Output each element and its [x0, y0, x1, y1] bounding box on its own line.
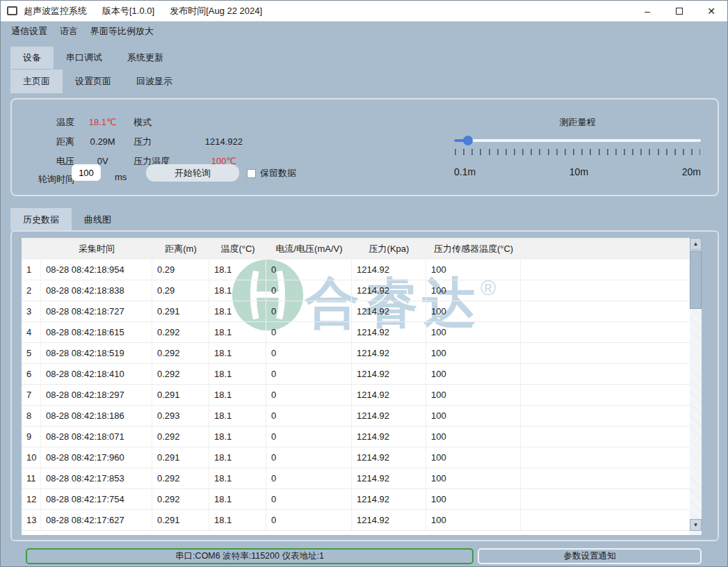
table-row[interactable]: 8 08-28 08:42:18:186 0.293 18.1 0 1214.9…	[22, 406, 702, 426]
tab-serial-debug[interactable]: 串口调试	[54, 47, 115, 69]
tab-main-page[interactable]: 主页面	[10, 70, 63, 93]
range-slider-track[interactable]	[454, 139, 701, 142]
cell-distance: 0.292	[152, 489, 209, 509]
history-table: 合睿达® 采集时间 距离(m) 温度(°C) 电流/电压(mA/V) 压力(Kp…	[22, 238, 702, 535]
table-row[interactable]: 9 08-28 08:42:18:071 0.292 18.1 0 1214.9…	[22, 426, 702, 447]
tab-curve-chart[interactable]: 曲线图	[72, 208, 124, 231]
app-release-date: 发布时间[Aug 22 2024]	[170, 5, 262, 17]
scroll-up-icon[interactable]: ▲	[690, 238, 702, 250]
cell-row-number: 8	[22, 406, 41, 426]
header-collect-time: 采集时间	[41, 238, 152, 259]
minimize-icon[interactable]: –	[631, 1, 663, 21]
poll-interval-label: 轮询时间	[24, 172, 74, 187]
tabs-history: 历史数据 曲线图	[10, 208, 124, 231]
range-slider-title: 测距量程	[454, 116, 701, 129]
start-polling-button[interactable]: 开始轮询	[146, 164, 239, 182]
tab-device[interactable]: 设备	[10, 47, 54, 69]
cell-collect-time: 08-28 08:42:18:727	[41, 301, 152, 321]
cell-row-number: 10	[22, 447, 41, 468]
tab-system-update[interactable]: 系统更新	[115, 47, 176, 69]
statusbar: 串口:COM6 波特率:115200 仪表地址:1 参数设置通知	[1, 548, 727, 567]
cell-filler	[521, 259, 702, 280]
table-row[interactable]: 3 08-28 08:42:18:727 0.291 18.1 0 1214.9…	[22, 301, 702, 322]
app-title: 超声波监控系统	[24, 5, 87, 17]
app-window: 超声波监控系统 版本号[1.0.0] 发布时间[Aug 22 2024] – ✕…	[0, 0, 728, 567]
table-body: 1 08-28 08:42:18:954 0.29 18.1 0 1214.92…	[22, 259, 702, 531]
range-max-label: 20m	[682, 166, 701, 177]
table-row[interactable]: 10 08-28 08:42:17:960 0.291 18.1 0 1214.…	[22, 447, 702, 468]
cell-temperature: 18.1	[209, 259, 266, 280]
cell-collect-time: 08-28 08:42:18:071	[41, 426, 152, 447]
poll-interval-input[interactable]	[72, 164, 101, 181]
table-row[interactable]: 5 08-28 08:42:18:519 0.292 18.1 0 1214.9…	[22, 343, 702, 364]
cell-collect-time: 08-28 08:42:17:853	[41, 468, 152, 488]
cell-current-voltage: 0	[266, 385, 352, 405]
tab-settings-page[interactable]: 设置页面	[63, 70, 124, 93]
menu-ui-scale[interactable]: 界面等比例放大	[84, 22, 160, 40]
cell-filler	[521, 447, 702, 468]
range-slider-handle[interactable]	[463, 136, 473, 145]
status-panel: 温度 18.1℃ 模式 距离 0.29M 压力 1214.922 电压 0V 压…	[10, 98, 719, 196]
mode-label: 模式	[131, 115, 189, 130]
close-icon[interactable]: ✕	[695, 1, 727, 21]
table-row[interactable]: 6 08-28 08:42:18:410 0.292 18.1 0 1214.9…	[22, 364, 702, 385]
menu-comm-settings[interactable]: 通信设置	[5, 22, 54, 40]
cell-row-number: 7	[22, 385, 41, 405]
cell-pressure-sensor-temp: 100	[426, 364, 521, 384]
cell-pressure-sensor-temp: 100	[426, 510, 521, 530]
cell-pressure: 1214.92	[352, 322, 426, 342]
table-row[interactable]: 2 08-28 08:42:18:838 0.29 18.1 0 1214.92…	[22, 280, 702, 301]
vertical-scrollbar[interactable]: ▲ ▼	[690, 238, 702, 535]
cell-filler	[521, 343, 702, 363]
temp-label: 温度	[24, 115, 74, 130]
cell-distance: 0.292	[152, 364, 209, 384]
table-row[interactable]: 7 08-28 08:42:18:297 0.291 18.1 0 1214.9…	[22, 385, 702, 406]
cell-pressure-sensor-temp: 100	[426, 489, 521, 509]
cell-pressure-sensor-temp: 100	[426, 468, 521, 488]
cell-collect-time: 08-28 08:42:18:186	[41, 406, 152, 426]
scrollbar-thumb[interactable]	[690, 250, 702, 309]
tab-echo-display[interactable]: 回波显示	[124, 70, 185, 93]
menu-language[interactable]: 语言	[54, 22, 84, 40]
cell-temperature: 18.1	[209, 489, 266, 509]
tabs-level2: 主页面 设置页面 回波显示	[10, 70, 185, 93]
titlebar: 超声波监控系统 版本号[1.0.0] 发布时间[Aug 22 2024] – ✕	[1, 1, 727, 22]
table-row[interactable]: 13 08-28 08:42:17:627 0.291 18.1 0 1214.…	[22, 510, 702, 531]
cell-pressure-sensor-temp: 100	[426, 406, 521, 426]
maximize-glyph	[676, 8, 683, 15]
range-slider-ticks	[455, 149, 700, 155]
cell-filler	[521, 406, 702, 426]
window-controls: – ✕	[631, 1, 727, 21]
tab-history-data[interactable]: 历史数据	[10, 208, 72, 231]
cell-distance: 0.293	[152, 406, 209, 426]
cell-collect-time: 08-28 08:42:18:838	[41, 280, 152, 301]
cell-collect-time: 08-28 08:42:17:960	[41, 447, 152, 468]
distance-label: 距离	[24, 134, 74, 150]
cell-filler	[521, 322, 702, 342]
table-row[interactable]: 12 08-28 08:42:17:754 0.292 18.1 0 1214.…	[22, 489, 702, 510]
keep-data-checkbox[interactable]	[247, 169, 256, 178]
param-notify-button[interactable]: 参数设置通知	[478, 548, 702, 564]
cell-pressure-sensor-temp: 100	[426, 385, 521, 405]
table-row[interactable]: 11 08-28 08:42:17:853 0.292 18.1 0 1214.…	[22, 468, 702, 489]
maximize-icon[interactable]	[663, 1, 695, 21]
cell-filler	[521, 364, 702, 384]
cell-pressure: 1214.92	[352, 510, 426, 530]
cell-distance: 0.292	[152, 322, 209, 342]
cell-temperature: 18.1	[209, 385, 266, 405]
cell-collect-time: 08-28 08:42:18:297	[41, 385, 152, 405]
cell-pressure-sensor-temp: 100	[426, 280, 521, 301]
cell-pressure: 1214.92	[352, 364, 426, 384]
cell-filler	[521, 426, 702, 447]
cell-pressure-sensor-temp: 100	[426, 343, 521, 363]
cell-distance: 0.291	[152, 447, 209, 468]
cell-temperature: 18.1	[209, 510, 266, 530]
table-row[interactable]: 1 08-28 08:42:18:954 0.29 18.1 0 1214.92…	[22, 259, 702, 280]
cell-row-number: 2	[22, 280, 41, 301]
cell-temperature: 18.1	[209, 343, 266, 363]
scroll-down-icon[interactable]: ▼	[690, 519, 702, 531]
pressure-label: 压力	[131, 134, 189, 150]
cell-temperature: 18.1	[209, 322, 266, 342]
table-row[interactable]: 4 08-28 08:42:18:615 0.292 18.1 0 1214.9…	[22, 322, 702, 343]
cell-current-voltage: 0	[266, 426, 352, 447]
